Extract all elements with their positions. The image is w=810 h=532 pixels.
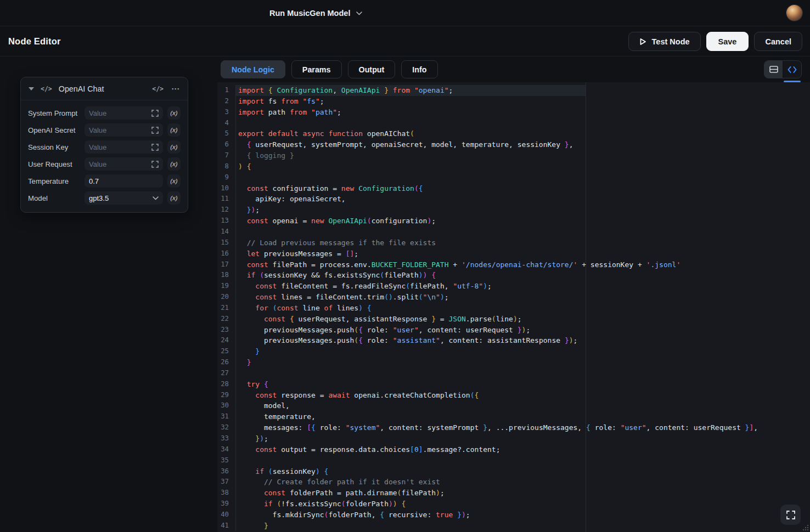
tab-info[interactable]: Info <box>401 60 437 78</box>
fx-button[interactable]: (x) <box>167 191 181 205</box>
line-number: 34 <box>217 444 236 455</box>
line-number: 30 <box>217 400 236 411</box>
code-icon: </> <box>41 85 52 93</box>
fullscreen-button[interactable] <box>780 505 801 525</box>
tabs-row: Node LogicParamsOutputInfo <box>217 56 810 82</box>
code-text: const output = response.data.choices[0].… <box>236 444 500 455</box>
workflow-title: Run MusicGen Model <box>269 9 350 18</box>
openai-secret-input[interactable]: Value <box>85 123 163 137</box>
view-toggle <box>764 60 802 78</box>
user-request-input[interactable]: Value <box>85 157 163 171</box>
split-view-button[interactable] <box>764 61 783 78</box>
line-number: 7 <box>217 150 236 161</box>
workflow-switcher[interactable]: Run MusicGen Model <box>269 0 362 26</box>
field-label: Session Key <box>28 143 85 151</box>
line-number: 12 <box>217 205 236 216</box>
code-text: }); <box>236 205 260 216</box>
tab-node-logic[interactable]: Node Logic <box>221 60 285 78</box>
code-line: 25 } <box>217 346 810 357</box>
fx-button[interactable]: (x) <box>167 123 181 137</box>
temperature-input[interactable]: 0.7 <box>85 174 163 188</box>
fx-button[interactable]: (x) <box>167 157 181 171</box>
system-prompt-input[interactable]: Value <box>85 106 163 120</box>
field-label: System Prompt <box>28 109 85 117</box>
code-view-button[interactable] <box>783 61 801 78</box>
code-text: apiKey: openaiSecret, <box>236 194 346 205</box>
field-value: Value <box>89 126 148 134</box>
code-text: // Load previous messages if the file ex… <box>236 237 436 248</box>
editor-header: Node Editor Test Node Save Cancel <box>0 27 810 56</box>
code-line: 3import path from "path"; <box>217 107 810 118</box>
code-text: }); <box>236 433 268 444</box>
fx-button[interactable]: (x) <box>167 140 181 154</box>
field-row-user-request: User Request Value (x) <box>28 157 181 171</box>
line-number: 21 <box>217 303 236 314</box>
code-text: { userRequest, systemPrompt, openaiSecre… <box>236 139 573 150</box>
code-line: 7 { logging } <box>217 150 810 161</box>
line-number: 19 <box>217 281 236 292</box>
node-card-actions: </> ⋯ <box>152 84 180 94</box>
tab-label: Output <box>359 65 385 74</box>
test-node-button[interactable]: Test Node <box>628 32 701 51</box>
field-value: Value <box>89 109 148 117</box>
code-line: 11 apiKey: openaiSecret, <box>217 194 810 205</box>
expand-icon[interactable] <box>151 110 159 117</box>
line-number: 13 <box>217 216 236 227</box>
avatar[interactable] <box>786 5 802 21</box>
line-number: 29 <box>217 390 236 401</box>
resize-grip[interactable] <box>802 524 809 531</box>
line-number: 33 <box>217 433 236 444</box>
field-value: Value <box>89 143 148 151</box>
code-line: 23 previousMessages.push({ role: "user",… <box>217 325 810 336</box>
line-number: 2 <box>217 96 236 107</box>
code-line: 12 }); <box>217 205 810 216</box>
line-number: 9 <box>217 172 236 183</box>
code-text: } <box>236 520 268 531</box>
line-number: 26 <box>217 357 236 368</box>
expand-icon[interactable] <box>151 144 159 151</box>
code-text: { logging } <box>236 150 294 161</box>
workflow-canvas: </> OpenAI Chat </> ⋯ System Prompt Valu… <box>0 56 217 532</box>
line-number: 27 <box>217 368 236 379</box>
fx-button[interactable]: (x) <box>167 106 181 120</box>
code-text: const openai = new OpenAIApi(configurati… <box>236 216 436 227</box>
code-text: const response = await openai.createChat… <box>236 390 479 401</box>
expand-icon[interactable] <box>151 161 159 168</box>
field-row-model: Model gpt3.5 (x) <box>28 191 181 205</box>
collapse-caret-icon[interactable] <box>29 87 34 90</box>
top-bar: Run MusicGen Model <box>0 0 810 26</box>
node-menu-button[interactable]: ⋯ <box>171 84 180 94</box>
model-input[interactable]: gpt3.5 <box>85 191 163 205</box>
line-number: 15 <box>217 237 236 248</box>
code-text: } <box>236 346 260 357</box>
field-row-system-prompt: System Prompt Value (x) <box>28 106 181 120</box>
code-text: if (!fs.existsSync(folderPath)) { <box>236 499 406 510</box>
code-line: 16 let previousMessages = []; <box>217 248 810 259</box>
save-button[interactable]: Save <box>706 32 749 51</box>
field-label: User Request <box>28 160 85 168</box>
code-line: 26 } <box>217 357 810 368</box>
tab-params[interactable]: Params <box>291 60 342 78</box>
code-editor[interactable]: 1import { Configuration, OpenAIApi } fro… <box>217 82 810 532</box>
field-label: Temperature <box>28 177 85 185</box>
edit-code-button[interactable]: </> <box>152 85 164 93</box>
code-line: 17 const filePath = process.env.BUCKET_F… <box>217 259 810 270</box>
code-line: 22 const { userRequest, assistantRespons… <box>217 314 810 325</box>
field-label: OpenAI Secret <box>28 126 85 134</box>
line-number: 14 <box>217 227 236 237</box>
code-line: 37 // Create folder path if it doesn't e… <box>217 477 810 488</box>
code-line: 32 messages: [{ role: "system", content:… <box>217 422 810 433</box>
tab-output[interactable]: Output <box>348 60 396 78</box>
expand-icon[interactable] <box>151 127 159 134</box>
fx-button[interactable]: (x) <box>167 174 181 188</box>
session-key-input[interactable]: Value <box>85 140 163 154</box>
line-number: 39 <box>217 499 236 510</box>
line-number: 40 <box>217 510 236 520</box>
code-line: 8) { <box>217 161 810 172</box>
line-number: 11 <box>217 194 236 205</box>
cancel-button[interactable]: Cancel <box>754 32 802 51</box>
code-text: import path from "path"; <box>236 107 341 118</box>
line-number: 35 <box>217 455 236 466</box>
code-line: 13 const openai = new OpenAIApi(configur… <box>217 216 810 227</box>
code-line: 34 const output = response.data.choices[… <box>217 444 810 455</box>
